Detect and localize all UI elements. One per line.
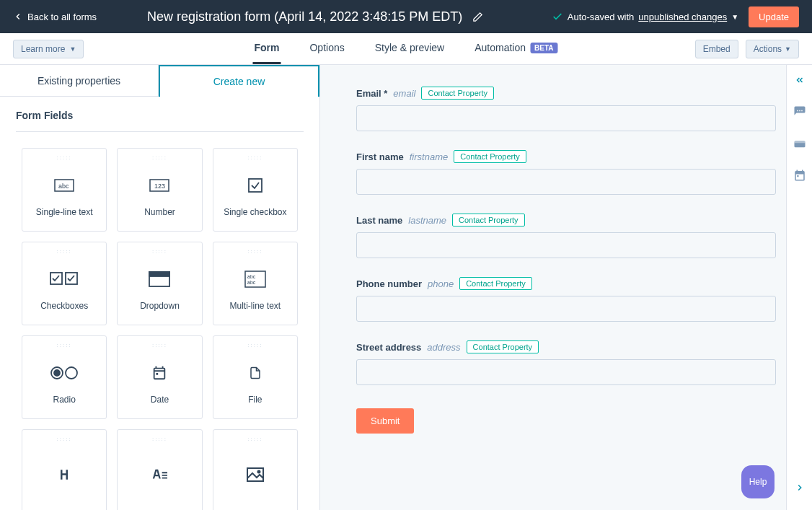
svg-rect-4 [249,179,262,192]
field-label: Phone number [356,278,422,289]
checkboxes-icon [50,263,79,295]
richtext-icon [151,459,167,491]
field-type-richtext[interactable]: ::::: [117,429,202,510]
phone-input[interactable] [356,296,776,322]
svg-text:abc: abc [247,274,256,279]
field-type-single-checkbox[interactable]: ::::: Single checkbox [213,148,298,232]
page-title: New registration form (April 14, 2022 3:… [147,9,462,25]
field-type-radio[interactable]: ::::: Radio [22,335,107,419]
svg-text:abc: abc [247,280,256,285]
panel-tab-existing[interactable]: Existing properties [0,65,159,97]
embed-button[interactable]: Embed [695,40,738,58]
field-internal-name: firstname [410,151,448,162]
contact-property-badge: Contact Property [421,87,494,100]
chat-icon[interactable] [793,105,806,118]
field-type-single-line-text[interactable]: ::::: abc Single-line text [22,148,107,232]
textarea-icon: abcabc [244,263,266,295]
form-field-firstname[interactable]: First name firstname Contact Property [356,150,776,195]
contact-property-badge: Contact Property [467,340,539,353]
svg-point-13 [54,370,60,376]
update-button[interactable]: Update [749,6,799,27]
svg-rect-18 [794,141,805,143]
grip-icon: ::::: [247,154,262,161]
grip-icon: ::::: [57,342,72,348]
learn-more-button[interactable]: Learn more ▼ [13,40,84,58]
field-type-header[interactable]: ::::: [22,429,107,510]
grip-icon: ::::: [57,154,72,161]
panel-tab-create-new[interactable]: Create new [159,65,319,97]
autosave-link: unpublished changes [638,12,727,22]
field-label: Street address [356,342,421,353]
submit-button[interactable]: Submit [356,408,414,434]
beta-badge: BETA [530,43,557,53]
form-field-phone[interactable]: Phone number phone Contact Property [356,277,776,322]
email-input[interactable] [356,105,776,131]
grip-icon: ::::: [152,342,167,348]
field-label: First name [356,151,404,162]
field-label: Email * [356,88,387,99]
autosave-prefix: Auto-saved with [568,12,635,22]
caret-down-icon: ▼ [69,45,76,53]
address-input[interactable] [356,359,776,385]
form-field-address[interactable]: Street address address Contact Property [356,340,776,385]
section-title: Form Fields [16,110,304,132]
autosave-status[interactable]: Auto-saved with unpublished changes ▼ [552,11,738,22]
number-icon: 123 [149,170,169,201]
tab-style-preview[interactable]: Style & preview [374,33,446,64]
back-label: Back to all forms [27,12,97,22]
grip-icon: ::::: [152,154,167,161]
calendar-icon [151,357,167,389]
lastname-input[interactable] [356,232,776,258]
field-type-multiline-text[interactable]: ::::: abcabc Multi-line text [213,242,298,325]
cards-icon[interactable] [793,137,806,150]
svg-text:123: 123 [154,183,165,190]
caret-down-icon: ▼ [731,13,738,21]
checkbox-icon [248,170,262,201]
svg-point-16 [257,471,260,473]
help-button[interactable]: Help [741,465,775,498]
field-type-number[interactable]: ::::: 123 Number [117,148,202,232]
form-field-email[interactable]: Email * email Contact Property [356,87,776,131]
grip-icon: ::::: [57,436,72,442]
grip-icon: ::::: [152,248,167,255]
check-icon [552,11,563,22]
grip-icon: ::::: [152,436,167,442]
file-icon [249,357,262,389]
text-icon: abc [54,170,74,201]
field-type-checkboxes[interactable]: ::::: Checkboxes [22,242,107,325]
field-label: Last name [356,215,402,226]
field-internal-name: lastname [408,215,446,226]
calendar-icon[interactable] [793,169,806,182]
contact-property-badge: Contact Property [454,150,526,163]
radio-icon [50,357,79,389]
grip-icon: ::::: [247,248,262,255]
caret-down-icon: ▼ [785,45,791,53]
grip-icon: ::::: [247,436,262,442]
collapse-rail-icon[interactable] [793,74,806,87]
image-icon [247,459,264,491]
tab-form[interactable]: Form [252,33,281,64]
back-to-forms-link[interactable]: Back to all forms [13,12,97,22]
actions-button[interactable]: Actions ▼ [746,40,799,58]
right-rail [786,65,812,510]
field-type-dropdown[interactable]: ::::: Dropdown [117,242,202,325]
field-type-image[interactable]: ::::: [213,429,298,510]
firstname-input[interactable] [356,169,776,195]
field-internal-name: address [427,342,460,353]
svg-rect-15 [247,468,263,481]
field-type-file[interactable]: ::::: File [213,335,298,419]
expand-rail-icon[interactable] [795,483,805,493]
header-icon [57,459,71,491]
dropdown-icon [149,263,170,295]
tab-automation[interactable]: Automation BETA [473,33,559,64]
grip-icon: ::::: [247,342,262,348]
tab-options[interactable]: Options [308,33,345,64]
svg-text:abc: abc [58,183,69,190]
field-type-date[interactable]: ::::: Date [117,335,202,419]
field-internal-name: email [393,88,415,99]
svg-rect-8 [149,272,169,276]
contact-property-badge: Contact Property [452,214,525,227]
edit-title-icon[interactable] [472,12,483,22]
contact-property-badge: Contact Property [459,277,532,290]
form-field-lastname[interactable]: Last name lastname Contact Property [356,214,776,258]
